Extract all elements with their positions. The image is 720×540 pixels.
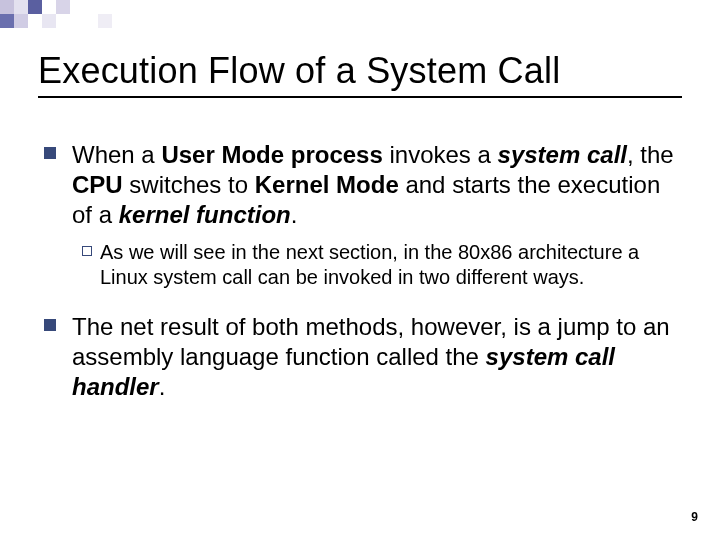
hollow-square-bullet-icon <box>82 246 92 256</box>
text-run: system call <box>498 141 627 168</box>
square-bullet-icon <box>44 319 56 331</box>
text-run: CPU <box>72 171 123 198</box>
text-run: Kernel Mode <box>255 171 399 198</box>
bullet-level-1: The net result of both methods, however,… <box>38 312 682 402</box>
text-run: invokes a <box>383 141 498 168</box>
page-number: 9 <box>691 510 698 524</box>
deco-square <box>0 14 14 28</box>
slide-content: Execution Flow of a System Call When a U… <box>0 0 720 402</box>
deco-square <box>56 0 70 14</box>
deco-square <box>98 14 112 28</box>
deco-square <box>14 0 28 14</box>
deco-square <box>14 14 28 28</box>
bullet-text: The net result of both methods, however,… <box>72 312 682 402</box>
text-run: As we will see in the next section, in t… <box>100 241 639 288</box>
deco-square <box>0 0 14 14</box>
text-run: . <box>159 373 166 400</box>
text-run: kernel function <box>119 201 291 228</box>
text-run: . <box>291 201 298 228</box>
bullet-text: As we will see in the next section, in t… <box>100 240 682 290</box>
deco-square <box>28 0 42 14</box>
bullet-level-1: When a User Mode process invokes a syste… <box>38 140 682 230</box>
title-rule <box>38 96 682 98</box>
deco-square <box>42 14 56 28</box>
bullet-level-2: As we will see in the next section, in t… <box>82 240 682 290</box>
text-run: switches to <box>123 171 255 198</box>
text-run: , the <box>627 141 674 168</box>
bullet-text: When a User Mode process invokes a syste… <box>72 140 682 230</box>
square-bullet-icon <box>44 147 56 159</box>
corner-decoration <box>0 0 130 28</box>
text-run: When a <box>72 141 161 168</box>
text-run: User Mode process <box>161 141 382 168</box>
slide-title: Execution Flow of a System Call <box>38 50 682 92</box>
slide-body: When a User Mode process invokes a syste… <box>38 140 682 402</box>
